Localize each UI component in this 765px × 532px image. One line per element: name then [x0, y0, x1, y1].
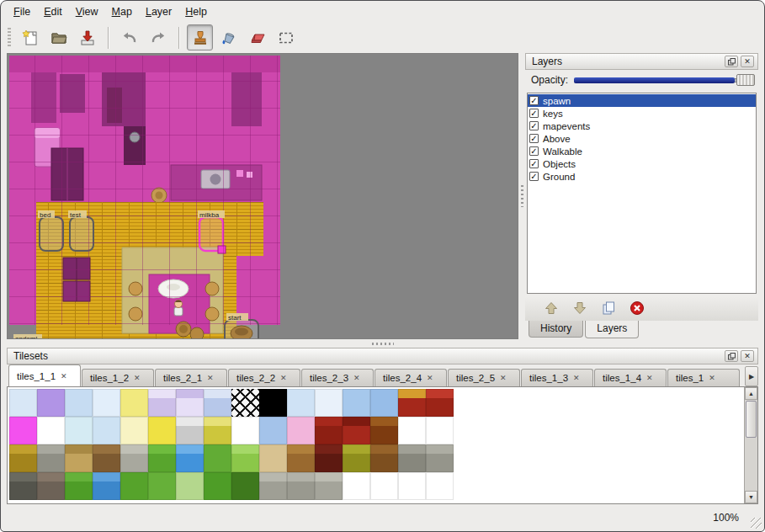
opacity-slider[interactable] [574, 73, 755, 87]
layer-row-Above[interactable]: ✓Above [528, 132, 756, 145]
tileset-tile[interactable] [120, 417, 148, 444]
scrollbar-track[interactable] [745, 439, 757, 491]
layer-row-Objects[interactable]: ✓Objects [528, 157, 756, 170]
tab-scroll-right-button[interactable]: ▶ [745, 366, 758, 386]
lower-layer-button[interactable] [571, 299, 589, 317]
tileset-tile[interactable] [37, 389, 65, 417]
tileset-tile[interactable] [65, 389, 93, 417]
tab-close-icon[interactable]: ✕ [134, 374, 141, 382]
menu-help[interactable]: Help [179, 3, 213, 20]
tileset-tile[interactable] [9, 472, 37, 500]
resize-grip[interactable] [751, 518, 762, 529]
tileset-tile[interactable] [398, 389, 426, 417]
tileset-tile[interactable] [259, 444, 287, 472]
tileset-tile[interactable] [93, 389, 120, 417]
tab-close-icon[interactable]: ✕ [353, 374, 360, 382]
tileset-tile[interactable] [259, 472, 287, 500]
layer-visibility-checkbox[interactable]: ✓ [529, 146, 539, 156]
tileset-tile[interactable] [315, 444, 343, 472]
tileset-tile[interactable] [287, 472, 315, 500]
float-dock-button[interactable] [725, 350, 738, 362]
menu-view[interactable]: View [70, 3, 104, 20]
layer-visibility-checkbox[interactable]: ✓ [529, 109, 539, 118]
tab-close-icon[interactable]: ✕ [207, 374, 214, 382]
tileset-tile[interactable] [231, 472, 259, 500]
tileset-tile[interactable] [370, 389, 398, 417]
tileset-tile[interactable] [9, 417, 37, 444]
tileset-tile[interactable] [426, 472, 454, 500]
tileset-tile[interactable] [148, 472, 176, 500]
menu-file[interactable]: File [8, 3, 36, 20]
layer-row-spawn[interactable]: ✓spawn [528, 94, 756, 107]
layer-visibility-checkbox[interactable]: ✓ [529, 121, 539, 130]
menu-map[interactable]: Map [106, 3, 138, 20]
tileset-tab-tiles_1_3[interactable]: tiles_1_3✕ [521, 369, 593, 386]
tileset-tile[interactable] [9, 389, 37, 417]
tileset-tile[interactable] [120, 444, 148, 472]
undo-button[interactable] [116, 24, 142, 51]
tileset-tab-tiles_1_1[interactable]: tiles_1_1✕ [8, 364, 81, 386]
tileset-tile[interactable] [287, 444, 315, 472]
tileset-tile[interactable] [398, 472, 426, 500]
save-file-button[interactable] [74, 24, 100, 51]
tileset-tile[interactable] [204, 389, 231, 417]
vertical-splitter[interactable] [518, 53, 525, 339]
tileset-tile[interactable] [343, 389, 370, 417]
tileset-tile[interactable] [204, 444, 231, 472]
tileset-tile[interactable] [370, 444, 398, 472]
tileset-tile[interactable] [148, 444, 176, 472]
horizontal-splitter[interactable] [1, 339, 764, 348]
tileset-tile[interactable] [343, 444, 370, 472]
tileset-tile[interactable] [343, 417, 370, 444]
tab-close-icon[interactable]: ✕ [573, 374, 580, 382]
close-dock-button[interactable]: ✕ [741, 56, 754, 67]
dock-tab-history[interactable]: History [529, 321, 583, 338]
tileset-tile[interactable] [370, 472, 398, 500]
layer-row-Ground[interactable]: ✓Ground [528, 170, 756, 183]
tileset-tile[interactable] [287, 389, 315, 417]
duplicate-layer-button[interactable] [599, 299, 618, 317]
tileset-tile[interactable] [37, 444, 65, 472]
tileset-tile[interactable] [176, 389, 204, 417]
tileset-tile[interactable] [204, 417, 231, 444]
layer-visibility-checkbox[interactable]: ✓ [529, 96, 539, 105]
tileset-tab-tiles_1[interactable]: tiles_1✕ [667, 369, 740, 386]
tileset-tile[interactable] [315, 417, 343, 444]
tileset-tab-tiles_2_2[interactable]: tiles_2_2✕ [228, 369, 300, 386]
dock-tab-layers[interactable]: Layers [585, 321, 639, 338]
tileset-tile[interactable] [65, 417, 93, 444]
tab-close-icon[interactable]: ✕ [646, 374, 653, 382]
toolbar-drag-handle[interactable] [8, 28, 11, 48]
open-file-button[interactable] [45, 24, 72, 51]
new-file-button[interactable] [17, 24, 43, 51]
tileset-tile[interactable] [93, 472, 120, 500]
layer-visibility-checkbox[interactable]: ✓ [529, 134, 539, 143]
tileset-tile[interactable] [120, 472, 148, 500]
tileset-tile[interactable] [93, 444, 120, 472]
tileset-tab-tiles_2_4[interactable]: tiles_2_4✕ [375, 369, 447, 386]
menu-edit[interactable]: Edit [38, 3, 68, 20]
tileset-tile[interactable] [315, 472, 343, 500]
tab-close-icon[interactable]: ✕ [709, 374, 715, 382]
close-dock-button[interactable]: ✕ [741, 350, 754, 362]
map-view[interactable]: bed test milkba start andoml entr [7, 53, 518, 339]
raise-layer-button[interactable] [542, 299, 560, 317]
tileset-tile[interactable] [9, 444, 37, 472]
tileset-tile[interactable] [37, 417, 65, 444]
tileset-tile[interactable] [231, 417, 259, 444]
layer-visibility-checkbox[interactable]: ✓ [529, 172, 539, 181]
tileset-tile[interactable] [426, 417, 454, 444]
tileset-tile[interactable] [65, 472, 93, 500]
scroll-up-button[interactable]: ▲ [745, 387, 757, 400]
redo-button[interactable] [145, 24, 171, 51]
tileset-tab-tiles_2_3[interactable]: tiles_2_3✕ [301, 369, 374, 386]
tileset-tile[interactable] [93, 417, 120, 444]
tileset-vertical-scrollbar[interactable]: ▲ ▼ [744, 387, 757, 503]
menu-layer[interactable]: Layer [140, 3, 178, 20]
tileset-tab-tiles_2_5[interactable]: tiles_2_5✕ [448, 369, 520, 386]
tileset-tile[interactable] [426, 444, 454, 472]
tileset-tile[interactable] [343, 472, 370, 500]
delete-layer-button[interactable] [628, 299, 646, 317]
tileset-tile[interactable] [259, 389, 287, 417]
tileset-tile[interactable] [398, 444, 426, 472]
